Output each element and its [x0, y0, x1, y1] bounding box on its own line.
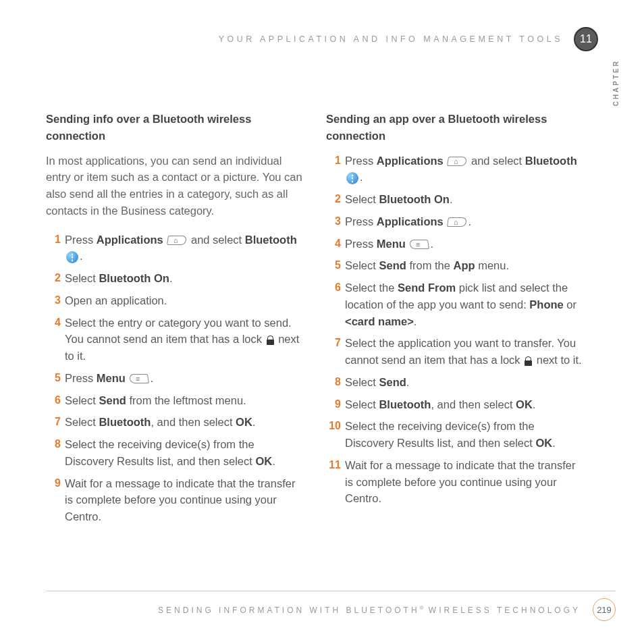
- list-item: Select the Send From pick list and selec…: [326, 279, 585, 329]
- steps-right: Press Applications and select Bluetooth …: [326, 153, 585, 508]
- step-text: or: [564, 298, 576, 311]
- bold-text: OK: [236, 416, 252, 428]
- footer-content: SENDING INFORMATION WITH BLUETOOTH® WIRE…: [46, 598, 616, 621]
- bold-text: Send: [379, 259, 406, 271]
- list-item: Select Bluetooth, and then select OK.: [326, 396, 585, 413]
- section-title-left: Sending info over a Bluetooth wireless c…: [46, 111, 304, 144]
- bold-text: OK: [535, 437, 552, 449]
- step-text: .: [468, 215, 471, 227]
- step-text: and select: [471, 155, 525, 167]
- steps-left: Press Applications and select Bluetooth …: [46, 232, 304, 525]
- step-text: Open an application.: [65, 294, 167, 306]
- bold-text: Phone: [529, 298, 563, 311]
- list-item: Select the entry or category you want to…: [46, 315, 304, 365]
- list-item: Press Applications and select Bluetooth …: [326, 153, 585, 186]
- list-item: Select Send.: [326, 374, 585, 391]
- list-item: Select Bluetooth On.: [46, 270, 304, 287]
- page-number-badge: 219: [593, 598, 616, 621]
- step-text: from the: [406, 259, 454, 271]
- left-column: Sending info over a Bluetooth wireless c…: [46, 111, 304, 531]
- step-text: Select the entry or category you want to…: [65, 317, 292, 346]
- step-text: Select: [65, 394, 99, 406]
- step-text: Select: [65, 272, 99, 284]
- step-text: , and then select: [431, 398, 516, 410]
- step-text: Wait for a message to indicate that the …: [65, 477, 295, 523]
- bold-text: Menu: [97, 372, 126, 384]
- chapter-number-badge: 11: [574, 27, 598, 51]
- list-item: Select the receiving device(s) from the …: [326, 418, 585, 452]
- step-text: .: [450, 193, 453, 205]
- bold-text: Bluetooth: [245, 234, 297, 246]
- bold-text: Send: [99, 394, 126, 406]
- list-item: Select Send from the leftmost menu.: [46, 392, 304, 409]
- step-text: from the leftmost menu.: [126, 394, 246, 406]
- step-text: Press: [345, 155, 377, 167]
- bold-text: Menu: [377, 238, 406, 250]
- list-item: Press Menu .: [326, 236, 585, 252]
- step-text: .: [272, 455, 275, 467]
- bold-text: Bluetooth On: [99, 272, 169, 284]
- step-text: Select: [345, 398, 379, 410]
- manual-page: YOUR APPLICATION AND INFO MANAGEMENT TOO…: [0, 0, 644, 644]
- list-item: Select Send from the App menu.: [326, 257, 585, 274]
- step-text: Select the receiving device(s) from the …: [345, 420, 535, 449]
- menu-key-icon: [130, 374, 149, 383]
- footer-divider: [46, 591, 616, 591]
- step-text: .: [252, 416, 256, 428]
- step-text: Select: [345, 376, 379, 388]
- intro-paragraph: In most applications, you can send an in…: [46, 153, 304, 219]
- step-text: , and then select: [151, 416, 236, 428]
- step-text: Select: [345, 259, 379, 271]
- bold-text: OK: [255, 455, 272, 467]
- step-text: Select the receiving device(s) from the …: [65, 438, 255, 467]
- step-text: .: [533, 398, 536, 410]
- step-text: Select the: [345, 281, 398, 294]
- step-text: .: [80, 250, 83, 262]
- step-text: Press: [65, 372, 97, 384]
- list-item: Press Menu .: [46, 370, 304, 387]
- bold-text: App: [454, 259, 475, 271]
- applications-key-icon: [448, 217, 466, 227]
- list-item: Wait for a message to indicate that the …: [326, 457, 585, 507]
- bold-text: Bluetooth: [525, 155, 577, 167]
- footer-title: SENDING INFORMATION WITH BLUETOOTH® WIRE…: [158, 605, 581, 615]
- list-item: Select Bluetooth, and then select OK.: [46, 414, 304, 431]
- section-title-right: Sending an app over a Bluetooth wireless…: [326, 111, 585, 144]
- page-header: YOUR APPLICATION AND INFO MANAGEMENT TOO…: [46, 27, 598, 51]
- bold-text: Send From: [398, 281, 456, 294]
- applications-key-icon: [448, 157, 466, 166]
- page-footer: SENDING INFORMATION WITH BLUETOOTH® WIRE…: [46, 591, 616, 621]
- menu-key-icon: [410, 240, 429, 249]
- list-item: Open an application.: [46, 292, 304, 309]
- lock-icon: [267, 336, 274, 345]
- right-column: Sending an app over a Bluetooth wireless…: [326, 111, 585, 531]
- step-text: next to it.: [533, 354, 582, 366]
- applications-key-icon: [167, 236, 186, 245]
- bold-text: Applications: [377, 215, 444, 227]
- step-text: Press: [65, 234, 97, 246]
- step-text: Wait for a message to indicate that the …: [345, 459, 575, 505]
- step-text: Select: [345, 193, 379, 205]
- step-text: .: [169, 272, 173, 284]
- bold-text: Bluetooth: [379, 398, 431, 410]
- lock-icon: [525, 356, 532, 366]
- step-text: .: [360, 171, 363, 183]
- step-text: and select: [191, 234, 245, 246]
- bold-text: <card name>: [345, 315, 414, 327]
- bold-text: Send: [379, 376, 406, 388]
- list-item: Select the receiving device(s) from the …: [46, 436, 304, 470]
- bluetooth-icon: ⋮: [66, 251, 78, 263]
- list-item: Select the application you want to trans…: [326, 335, 585, 369]
- bold-text: Bluetooth On: [379, 193, 449, 205]
- step-text: .: [430, 238, 433, 250]
- list-item: Select Bluetooth On.: [326, 191, 585, 208]
- step-text: Press: [345, 238, 377, 250]
- bold-text: Bluetooth: [99, 416, 151, 428]
- list-item: Press Applications and select Bluetooth …: [46, 232, 304, 265]
- step-text: .: [414, 315, 417, 327]
- chapter-label: CHAPTER: [612, 59, 620, 106]
- footer-text-after: WIRELESS TECHNOLOGY: [424, 606, 581, 615]
- header-title: YOUR APPLICATION AND INFO MANAGEMENT TOO…: [219, 34, 563, 44]
- step-text: Select: [65, 416, 99, 428]
- step-text: .: [150, 372, 153, 384]
